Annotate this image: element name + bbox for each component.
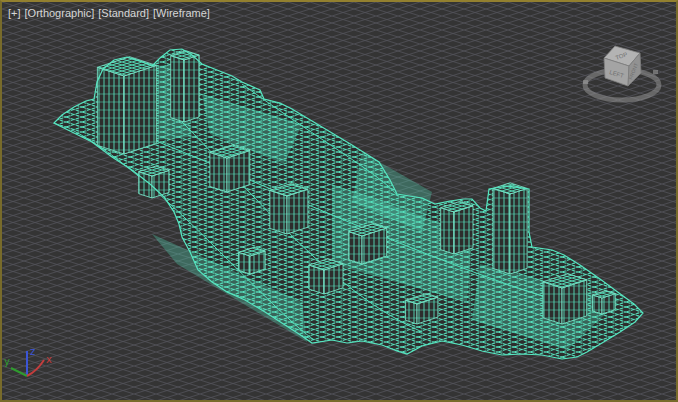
viewport-menu-shading[interactable]: [Wireframe] xyxy=(153,7,210,19)
deck-structure-box xyxy=(171,51,200,122)
viewcube-ring-tab[interactable] xyxy=(653,70,658,74)
deck-structure-box xyxy=(270,184,308,234)
z-axis-label: z xyxy=(30,346,35,357)
viewport-label-menu: [+] [Orthographic] [Standard] [Wireframe… xyxy=(8,7,210,19)
deck-structure-box xyxy=(493,183,527,274)
deck-structure-box xyxy=(309,259,343,294)
deck-structure-box xyxy=(210,145,250,192)
deck-structure-box xyxy=(441,201,473,254)
viewport: TOPLEFTFRONTzyx [+] [Orthographic] [Stan… xyxy=(0,0,678,402)
y-axis-label: y xyxy=(4,356,10,367)
viewport-menu-general[interactable]: [+] xyxy=(8,7,21,19)
deck-structure-box xyxy=(239,247,266,274)
deck-structure-box xyxy=(543,274,587,324)
viewcube-ring-tab[interactable] xyxy=(583,80,588,84)
deck-structure-box xyxy=(349,224,387,264)
deck-structure-box xyxy=(593,291,616,314)
x-axis-label: x xyxy=(46,354,52,365)
viewport-menu-standard[interactable]: [Standard] xyxy=(98,7,149,19)
viewport-menu-pov[interactable]: [Orthographic] xyxy=(25,7,95,19)
deck-structure-box xyxy=(139,166,169,198)
scene-canvas[interactable]: TOPLEFTFRONTzyx xyxy=(2,2,676,400)
deck-structure-box xyxy=(97,57,156,154)
